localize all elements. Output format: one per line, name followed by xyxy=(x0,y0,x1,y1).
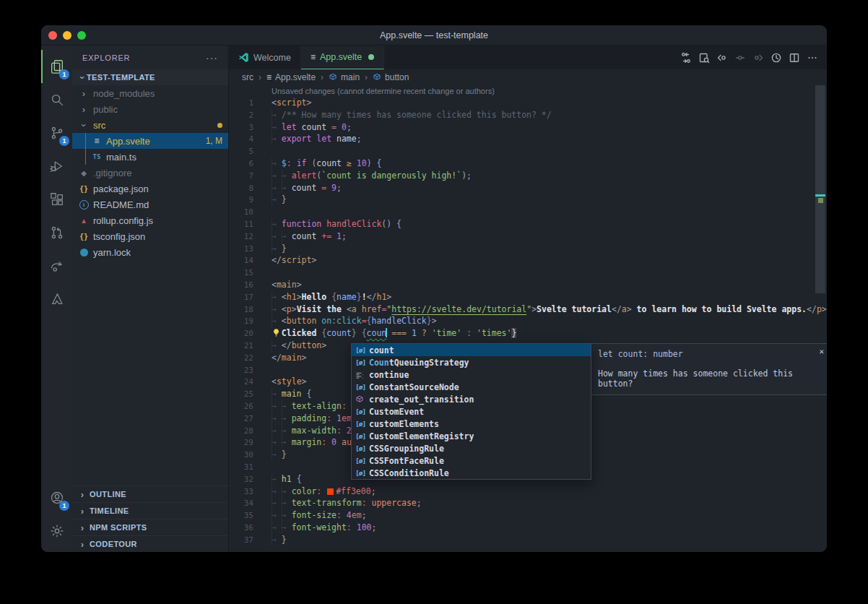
activity-extensions-button[interactable] xyxy=(41,183,72,216)
section-npm-scripts[interactable]: ›NPM SCRIPTS xyxy=(72,519,228,535)
tree-item-yarn-lock[interactable]: yarn.lock xyxy=(72,244,228,260)
code-line-2[interactable]: 2→ /** How many times has someone clicke… xyxy=(229,109,827,121)
code-line-8[interactable]: 8→ → count = 9; xyxy=(229,182,827,194)
breadcrumb-button[interactable]: button xyxy=(373,72,409,82)
section-codetour[interactable]: ›CODETOUR xyxy=(72,535,228,552)
line-number[interactable]: 32 xyxy=(229,474,253,486)
code-line-14[interactable]: 14</script> xyxy=(229,254,827,267)
code-line-7[interactable]: 7→ → alert(`count is dangerously high!`)… xyxy=(229,170,827,182)
line-number[interactable]: 9 xyxy=(229,194,253,207)
line-number[interactable]: 16 xyxy=(229,280,253,292)
tree-item-src[interactable]: ›src xyxy=(72,117,228,133)
code-line-36[interactable]: 36→ → font-weight: 100; xyxy=(229,522,827,534)
code-line-5[interactable]: 5 xyxy=(229,145,827,158)
line-number[interactable]: 26 xyxy=(229,401,253,413)
minimize-window-button[interactable] xyxy=(63,31,71,40)
code-line-9[interactable]: 9→ } xyxy=(229,194,827,206)
code-line-11[interactable]: 11→ function handleClick() { xyxy=(229,218,827,230)
code-line-3[interactable]: 3→ let count = 0; xyxy=(229,121,827,134)
more-actions-button[interactable] xyxy=(803,48,821,66)
line-number[interactable]: 3 xyxy=(229,122,253,134)
line-number[interactable]: 29 xyxy=(229,437,253,449)
close-icon[interactable]: ✕ xyxy=(819,347,824,356)
activity-explorer-button[interactable]: 1 xyxy=(41,50,72,83)
suggestion-customevent[interactable]: [ø]CustomEvent xyxy=(352,405,591,418)
code-line-6[interactable]: 6→ $: if (count ≥ 10) { xyxy=(229,158,827,170)
line-number[interactable]: 11 xyxy=(229,219,253,231)
activity-run-debug-button[interactable] xyxy=(41,150,72,183)
tree-item-gitignore[interactable]: ◆.gitignore xyxy=(72,165,228,181)
line-number[interactable]: 5 xyxy=(229,146,253,158)
line-number[interactable]: 28 xyxy=(229,426,253,438)
breadcrumb-main[interactable]: main xyxy=(329,72,360,82)
editor-scrollbar[interactable] xyxy=(815,85,825,293)
activity-azure-button[interactable] xyxy=(41,282,72,316)
suggestion-count[interactable]: [ø]count xyxy=(352,344,591,356)
line-number[interactable]: 30 xyxy=(229,449,253,462)
code-line-13[interactable]: 13→ } xyxy=(229,243,827,255)
suggestion-create-out-transition[interactable]: create_out_transition xyxy=(352,393,591,405)
line-number[interactable]: 19 xyxy=(229,316,253,328)
code-line-10[interactable]: 10 xyxy=(229,206,827,218)
line-number[interactable]: 35 xyxy=(229,510,253,522)
line-number[interactable]: 8 xyxy=(229,183,253,195)
explorer-more-actions-icon[interactable]: ··· xyxy=(206,52,218,64)
activity-source-control-button[interactable]: 1 xyxy=(41,116,72,150)
code-line-20[interactable]: 20Clicked {count} {coun === 1 ? 'time' :… xyxy=(229,327,827,340)
tree-item-app-svelte[interactable]: ≡App.svelte1, M xyxy=(72,133,228,149)
code-line-34[interactable]: 34→ → text-transform: uppercase; xyxy=(229,497,827,509)
tree-item-readme-md[interactable]: iREADME.md xyxy=(72,197,228,212)
tree-item-rollup-config-js[interactable]: ▲rollup.config.js xyxy=(72,212,228,228)
line-number[interactable]: 14 xyxy=(229,255,253,267)
breadcrumb-src[interactable]: src xyxy=(242,72,253,82)
code-line-4[interactable]: 4→ export let name; xyxy=(229,133,827,145)
suggestion-countqueuingstrategy[interactable]: [ø]CountQueuingStrategy xyxy=(352,356,591,368)
previous-change-button[interactable] xyxy=(713,48,731,66)
line-number[interactable]: 1 xyxy=(229,98,253,110)
code-line-35[interactable]: 35→ → font-size: 4em; xyxy=(229,509,827,522)
code-editor[interactable]: Unsaved changes (cannot determine recent… xyxy=(229,85,827,552)
code-line-18[interactable]: 18→ <p>Visit the <a href="https://svelte… xyxy=(229,303,827,316)
activity-settings-button[interactable] xyxy=(41,514,72,548)
suggestion-constantsourcenode[interactable]: [ø]ConstantSourceNode xyxy=(352,381,591,393)
code-line-15[interactable]: 15 xyxy=(229,267,827,279)
line-number[interactable]: 4 xyxy=(229,134,253,146)
section-outline[interactable]: ›OUTLINE xyxy=(72,486,228,502)
line-number[interactable]: 17 xyxy=(229,292,253,304)
line-number[interactable]: 10 xyxy=(229,207,253,219)
change-indicator-button[interactable] xyxy=(731,48,749,66)
split-editor-button[interactable] xyxy=(785,48,803,66)
code-line-17[interactable]: 17→ <h1>Hello {name}!</h1> xyxy=(229,291,827,303)
line-number[interactable]: 34 xyxy=(229,498,253,510)
suggestion-customelements[interactable]: [ø]customElements xyxy=(352,418,591,430)
line-number[interactable]: 24 xyxy=(229,376,253,389)
line-number[interactable]: 33 xyxy=(229,486,253,499)
tree-item-package-json[interactable]: {}package.json xyxy=(72,181,228,197)
activity-search-button[interactable] xyxy=(41,83,72,116)
line-number[interactable]: 13 xyxy=(229,243,253,256)
code-line-37[interactable]: 37→ } xyxy=(229,534,827,546)
open-changes-button[interactable] xyxy=(677,48,695,66)
line-number[interactable]: 25 xyxy=(229,389,253,401)
line-number[interactable]: 21 xyxy=(229,340,253,353)
suggestion-customelementregistry[interactable]: [ø]CustomElementRegistry xyxy=(352,430,591,442)
open-preview-button[interactable] xyxy=(695,48,713,66)
breadcrumb-app-svelte[interactable]: ≡App.svelte xyxy=(266,72,316,82)
code-line-12[interactable]: 12→ → count += 1; xyxy=(229,230,827,243)
activity-live-share-button[interactable] xyxy=(41,249,72,282)
code-line-33[interactable]: 33→ → color: #ff3e00; xyxy=(229,486,827,498)
timeline-clock-button[interactable] xyxy=(767,48,785,66)
line-number[interactable]: 36 xyxy=(229,522,253,535)
line-number[interactable]: 15 xyxy=(229,267,253,280)
line-number[interactable]: 2 xyxy=(229,110,253,122)
suggestion-cssgroupingrule[interactable]: [ø]CSSGroupingRule xyxy=(352,442,591,454)
line-number[interactable]: 23 xyxy=(229,365,253,377)
tree-item-tsconfig-json[interactable]: {}tsconfig.json xyxy=(72,228,228,244)
line-number[interactable]: 20 xyxy=(229,328,253,340)
line-number[interactable]: 22 xyxy=(229,353,253,365)
suggestion-continue[interactable]: continue xyxy=(352,368,591,381)
next-change-button[interactable] xyxy=(749,48,767,66)
tab-welcome[interactable]: Welcome xyxy=(229,46,301,69)
suggestion-cssconditionrule[interactable]: [ø]CSSConditionRule xyxy=(352,467,591,479)
section-timeline[interactable]: ›TIMELINE xyxy=(72,502,228,519)
